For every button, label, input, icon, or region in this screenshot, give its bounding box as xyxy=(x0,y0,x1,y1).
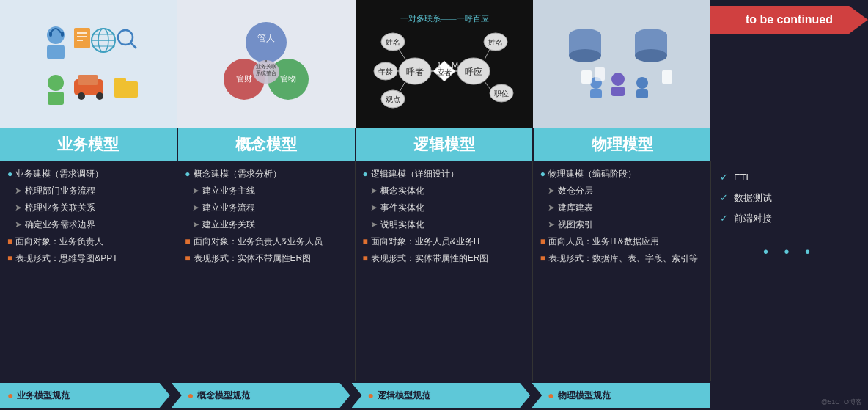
svg-text:姓名: 姓名 xyxy=(488,38,503,46)
svg-text:管人: 管人 xyxy=(257,33,275,43)
list-item: ■表现形式：数据库、表、字段、索引等 xyxy=(540,251,702,266)
content-logic: ●逻辑建模（详细设计） ➤概念实体化 ➤事件实体化 ➤说明实体化 ■面向对象：业… xyxy=(356,161,533,381)
svg-rect-71 xyxy=(581,70,592,84)
content-physical: ●物理建模（编码阶段） ➤数仓分层 ➤建库建表 ➤视图索引 ■面向人员：业务IT… xyxy=(533,161,710,381)
svg-text:系统整合: 系统整合 xyxy=(256,70,276,76)
list-item: ●业务建模（需求调研） xyxy=(7,166,169,182)
svg-rect-22 xyxy=(114,78,126,83)
svg-rect-3 xyxy=(61,32,64,37)
svg-point-61 xyxy=(569,49,601,62)
list-item: ➤建立业务流程 xyxy=(185,200,347,216)
svg-rect-68 xyxy=(611,87,625,96)
list-item: ➤建库建表 xyxy=(540,200,702,216)
list-item: ●逻辑建模（详细设计） xyxy=(363,166,525,182)
list-item: ■面向对象：业务负责人&业务人员 xyxy=(185,234,347,249)
svg-text:M: M xyxy=(452,61,458,70)
main-container: 管人 管财 管物 业务关联 系统整合 一对多联系——一呼百应 呼者 xyxy=(0,0,868,410)
svg-rect-16 xyxy=(48,92,64,105)
svg-text:管物: 管物 xyxy=(280,74,296,83)
list-item: ●概念建模（需求分析） xyxy=(185,166,347,182)
content-row: ●业务建模（需求调研） ➤梳理部门业务流程 ➤梳理业务关联关系 ➤确定业务需求边… xyxy=(0,161,868,381)
svg-point-19 xyxy=(78,92,85,100)
list-item: ■表现形式：实体不带属性ER图 xyxy=(185,251,347,266)
concept-image: 管人 管财 管物 业务关联 系统整合 xyxy=(177,0,355,128)
content-concept: ●概念建模（需求分析） ➤建立业务主线 ➤建立业务流程 ➤建立业务关联 ■面向对… xyxy=(177,161,355,381)
svg-rect-2 xyxy=(49,32,52,37)
tbc-header-text: to be continued xyxy=(746,13,833,26)
list-item: ➤概念实体化 xyxy=(363,183,525,199)
logic-image: 一对多联系——一呼百应 呼者 呼应 应者 1 M xyxy=(356,0,533,128)
tbc-header: to be continued xyxy=(710,6,868,34)
svg-point-20 xyxy=(96,92,103,100)
svg-text:观点: 观点 xyxy=(386,95,400,103)
svg-rect-73 xyxy=(662,70,672,84)
svg-text:一对多联系——一呼百应: 一对多联系——一呼百应 xyxy=(400,14,488,23)
svg-line-46 xyxy=(399,49,405,59)
svg-point-69 xyxy=(636,77,648,89)
list-item: ➤梳理部门业务流程 xyxy=(7,183,169,199)
title-physical: 物理模型 xyxy=(534,128,710,161)
svg-point-67 xyxy=(611,73,625,86)
list-item: ➤数仓分层 xyxy=(540,183,702,199)
svg-rect-72 xyxy=(595,67,605,81)
list-item: ➤说明实体化 xyxy=(363,217,525,233)
svg-line-55 xyxy=(485,49,490,59)
svg-text:年龄: 年龄 xyxy=(378,67,393,76)
list-item: ✓ETL xyxy=(720,168,859,187)
svg-rect-1 xyxy=(47,45,65,59)
svg-line-52 xyxy=(399,81,405,93)
svg-text:业务关联: 业务关联 xyxy=(256,64,276,70)
list-item: ➤建立业务关联 xyxy=(185,217,347,233)
list-item: ●物理建模（编码阶段） xyxy=(540,166,702,182)
tbc-dots: • • • xyxy=(720,237,859,266)
title-business: 业务模型 xyxy=(0,128,178,161)
business-image xyxy=(0,0,177,128)
tbc-image-area: to be continued xyxy=(710,0,868,128)
list-item: ➤视图索引 xyxy=(540,217,702,233)
list-item: ■表现形式：思维导图&PPT xyxy=(7,251,169,266)
list-item: ➤梳理业务关联关系 xyxy=(7,200,169,216)
physical-image xyxy=(533,0,710,128)
list-item: ✓数据测试 xyxy=(720,188,859,208)
tbc-content: ✓ETL ✓数据测试 ✓前端对接 • • • xyxy=(710,161,868,381)
list-item: ■面向对象：业务人员&业务IT xyxy=(363,234,525,249)
svg-text:姓名: 姓名 xyxy=(386,38,400,46)
arrow-2: ● 概念模型规范 xyxy=(172,383,350,408)
svg-rect-21 xyxy=(114,81,138,98)
arrow-1: ● 业务模型规范 xyxy=(0,383,170,408)
svg-line-14 xyxy=(130,43,136,48)
svg-line-58 xyxy=(485,81,490,89)
svg-rect-66 xyxy=(590,89,602,98)
list-item: ■表现形式：实体带属性的ER图 xyxy=(363,251,525,266)
svg-text:1: 1 xyxy=(437,61,441,70)
watermark: @51CTO博客 xyxy=(821,398,862,407)
list-item: ➤确定业务需求边界 xyxy=(7,217,169,233)
svg-point-15 xyxy=(48,75,64,91)
svg-text:呼应: 呼应 xyxy=(465,67,482,77)
list-item: ■面向对象：业务负责人 xyxy=(7,234,169,249)
svg-text:呼者: 呼者 xyxy=(406,67,424,77)
content-business: ●业务建模（需求调研） ➤梳理部门业务流程 ➤梳理业务关联关系 ➤确定业务需求边… xyxy=(0,161,177,381)
svg-rect-70 xyxy=(636,89,648,98)
title-row: 业务模型 概念模型 逻辑模型 物理模型 xyxy=(0,128,868,161)
list-item: ➤事件实体化 xyxy=(363,200,525,216)
title-logic: 逻辑模型 xyxy=(356,128,534,161)
bottom-arrow-row: ● 业务模型规范 ● 概念模型规范 ● 逻辑模型规范 ● 物理模型规范 xyxy=(0,381,868,410)
svg-rect-18 xyxy=(78,75,98,85)
svg-rect-4 xyxy=(74,28,90,48)
svg-point-64 xyxy=(635,49,667,62)
svg-text:管财: 管财 xyxy=(236,74,252,83)
title-tbc xyxy=(710,128,868,161)
list-item: ✓前端对接 xyxy=(720,209,859,228)
list-item: ■面向人员：业务IT&数据应用 xyxy=(540,234,702,249)
title-concept: 概念模型 xyxy=(178,128,356,161)
arrow-4: ● 物理模型规范 xyxy=(532,383,710,408)
arrow-3: ● 逻辑模型规范 xyxy=(352,383,531,408)
list-item: ➤建立业务主线 xyxy=(185,183,347,199)
svg-text:职位: 职位 xyxy=(494,89,509,98)
